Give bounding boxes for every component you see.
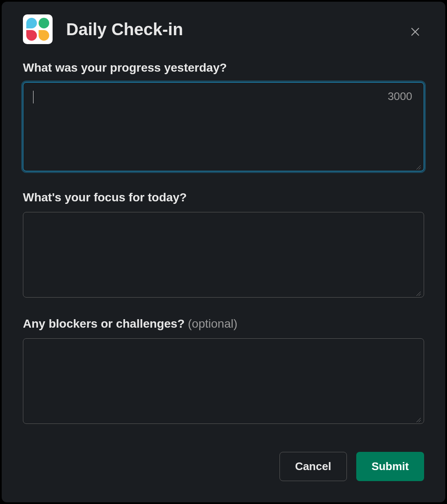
progress-input[interactable] xyxy=(23,82,424,171)
blockers-label-text: Any blockers or challenges? xyxy=(23,317,184,330)
cancel-button[interactable]: Cancel xyxy=(279,452,347,481)
focus-input[interactable] xyxy=(23,212,424,298)
blockers-optional-hint: (optional) xyxy=(188,317,237,330)
modal-title: Daily Check-in xyxy=(66,20,183,39)
close-button[interactable] xyxy=(406,23,424,41)
modal-footer: Cancel Submit xyxy=(2,439,445,502)
focus-label: What's your focus for today? xyxy=(23,191,424,204)
close-icon xyxy=(410,26,421,37)
modal-header: Daily Check-in xyxy=(2,2,445,53)
progress-textarea-wrapper: 3000 xyxy=(23,82,424,173)
submit-button[interactable]: Submit xyxy=(356,452,424,481)
app-icon xyxy=(23,14,53,44)
blockers-textarea-wrapper xyxy=(23,338,424,426)
progress-label: What was your progress yesterday? xyxy=(23,61,424,75)
field-blockers: Any blockers or challenges? (optional) xyxy=(23,317,424,426)
field-focus: What's your focus for today? xyxy=(23,191,424,299)
modal-body: What was your progress yesterday? 3000 W… xyxy=(2,53,445,439)
focus-textarea-wrapper xyxy=(23,212,424,299)
blockers-input[interactable] xyxy=(23,338,424,424)
field-progress: What was your progress yesterday? 3000 xyxy=(23,61,424,173)
daily-checkin-modal: Daily Check-in What was your progress ye… xyxy=(2,2,445,502)
blockers-label: Any blockers or challenges? (optional) xyxy=(23,317,424,331)
